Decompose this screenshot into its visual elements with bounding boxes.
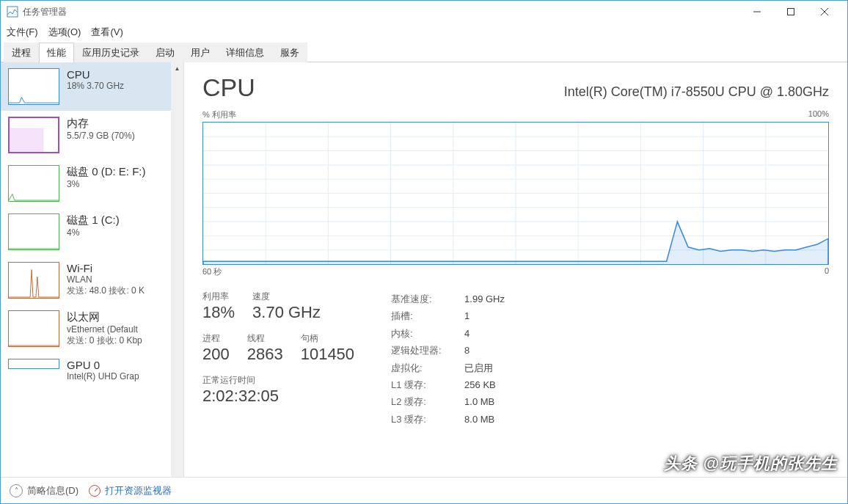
spec-sockets-val: 1 [464, 307, 469, 324]
chart-ymax: 100% [808, 109, 829, 120]
sidebar-disk0-title: 磁盘 0 (D: E: F:) [67, 165, 164, 179]
threads-value: 2863 [247, 345, 283, 364]
minimize-button[interactable] [740, 1, 774, 23]
sidebar-eth-title: 以太网 [67, 310, 164, 324]
handles-value: 101450 [301, 345, 354, 364]
cpu-spec-table: 基准速度:1.99 GHz 插槽:1 内核:4 逻辑处理器:8 虚拟化:已启用 … [391, 291, 505, 428]
sidebar-item-ethernet[interactable]: 以太网 vEthernet (Default 发送: 0 接收: 0 Kbp [1, 304, 171, 353]
sidebar-memory-sub: 5.5/7.9 GB (70%) [67, 131, 164, 141]
handles-label: 句柄 [301, 332, 354, 345]
cpu-utilization-chart[interactable] [202, 122, 829, 265]
gpu-thumb-icon [8, 359, 59, 369]
sidebar-memory-title: 内存 [67, 117, 164, 131]
sidebar-wifi-sub2: 发送: 48.0 接收: 0 K [67, 285, 164, 297]
sidebar-eth-sub2: 发送: 0 接收: 0 Kbp [67, 335, 164, 347]
sidebar-eth-sub1: vEthernet (Default [67, 324, 164, 335]
sidebar-cpu-title: CPU [67, 68, 164, 81]
chart-ylabel: % 利用率 [202, 109, 236, 120]
sidebar-gpu-sub: Intel(R) UHD Grap [67, 371, 164, 381]
spec-l1-key: L1 缓存: [391, 376, 464, 393]
tab-processes[interactable]: 进程 [4, 43, 39, 62]
memory-thumb-icon [8, 117, 59, 153]
sidebar-disk1-sub: 4% [67, 227, 164, 238]
cpu-thumb-icon [8, 68, 59, 105]
maximize-button[interactable] [774, 1, 808, 23]
spec-cores-key: 内核: [391, 325, 464, 342]
tab-startup[interactable]: 启动 [147, 43, 183, 62]
resource-monitor-icon [89, 485, 100, 497]
sidebar-wifi-sub1: WLAN [67, 274, 164, 285]
tab-history[interactable]: 应用历史记录 [74, 43, 147, 62]
util-label: 利用率 [202, 291, 235, 303]
spec-virt-val: 已启用 [464, 359, 493, 376]
sidebar-item-disk1[interactable]: 磁盘 1 (C:) 4% [1, 208, 171, 256]
spec-l1-val: 256 KB [464, 376, 496, 393]
tab-services[interactable]: 服务 [272, 43, 307, 62]
uptime-label: 正常运行时间 [202, 374, 354, 387]
cpu-model: Intel(R) Core(TM) i7-8550U CPU @ 1.80GHz [564, 84, 829, 100]
sidebar-item-wifi[interactable]: Wi-Fi WLAN 发送: 48.0 接收: 0 K [1, 256, 171, 304]
menu-file[interactable]: 文件(F) [7, 26, 38, 39]
chevron-up-icon: ˄ [10, 484, 23, 497]
spec-logical-key: 逻辑处理器: [391, 342, 464, 359]
sidebar-disk1-title: 磁盘 1 (C:) [67, 213, 164, 227]
tab-strip: 进程 性能 应用历史记录 启动 用户 详细信息 服务 [1, 42, 847, 62]
sidebar-disk0-sub: 3% [67, 179, 164, 189]
processes-value: 200 [202, 345, 230, 364]
speed-label: 速度 [252, 291, 321, 303]
spec-base-speed-key: 基准速度: [391, 291, 464, 307]
wifi-thumb-icon [8, 262, 59, 299]
spec-l2-val: 1.0 MB [464, 393, 494, 410]
window-controls [740, 1, 841, 23]
tab-details[interactable]: 详细信息 [218, 43, 272, 62]
spec-cores-val: 4 [464, 325, 469, 342]
menu-options[interactable]: 选项(O) [48, 26, 81, 39]
spec-base-speed-val: 1.99 GHz [464, 291, 505, 307]
processes-label: 进程 [202, 332, 230, 345]
sidebar-item-disk0[interactable]: 磁盘 0 (D: E: F:) 3% [1, 159, 171, 208]
app-icon [7, 6, 18, 18]
titlebar: 任务管理器 [1, 1, 847, 23]
performance-sidebar: CPU 18% 3.70 GHz 内存 5.5/7.9 GB (70%) [1, 62, 184, 477]
svg-rect-5 [9, 128, 44, 153]
sidebar-item-cpu[interactable]: CPU 18% 3.70 GHz [1, 62, 171, 111]
disk0-thumb-icon [8, 165, 59, 202]
menu-view[interactable]: 查看(V) [91, 26, 123, 39]
spec-logical-val: 8 [464, 342, 469, 359]
sidebar-item-gpu0[interactable]: GPU 0 Intel(R) UHD Grap [1, 353, 171, 387]
spec-l2-key: L2 缓存: [391, 393, 464, 410]
sidebar-wifi-title: Wi-Fi [67, 262, 164, 274]
tab-performance[interactable]: 性能 [39, 43, 74, 62]
spec-l3-key: L3 缓存: [391, 411, 464, 428]
scroll-up-icon[interactable]: ▲ [171, 62, 183, 75]
spec-sockets-key: 插槽: [391, 307, 464, 324]
main-area: CPU 18% 3.70 GHz 内存 5.5/7.9 GB (70%) [1, 62, 847, 477]
open-resource-monitor-link[interactable]: 打开资源监视器 [89, 484, 172, 497]
detail-title: CPU [202, 73, 255, 102]
speed-value: 3.70 GHz [252, 303, 321, 322]
sidebar-cpu-sub: 18% 3.70 GHz [67, 81, 164, 91]
uptime-value: 2:02:32:05 [202, 387, 354, 406]
window-title: 任务管理器 [23, 6, 740, 18]
chart-xmax: 60 秒 [202, 266, 222, 277]
fewer-details-button[interactable]: ˄ 简略信息(D) [10, 484, 78, 497]
ethernet-thumb-icon [8, 310, 59, 347]
chart-xmin: 0 [825, 266, 829, 277]
threads-label: 线程 [247, 332, 283, 345]
sidebar-gpu-title: GPU 0 [67, 359, 164, 371]
sidebar-scrollbar[interactable]: ▲ [171, 62, 183, 477]
cpu-detail-pane: CPU Intel(R) Core(TM) i7-8550U CPU @ 1.8… [184, 62, 847, 477]
tab-users[interactable]: 用户 [183, 43, 218, 62]
svg-rect-2 [788, 9, 794, 15]
menu-bar: 文件(F) 选项(O) 查看(V) [1, 23, 847, 42]
util-value: 18% [202, 303, 235, 322]
status-bar: ˄ 简略信息(D) 打开资源监视器 [1, 477, 847, 503]
sidebar-item-memory[interactable]: 内存 5.5/7.9 GB (70%) [1, 111, 171, 159]
spec-virt-key: 虚拟化: [391, 359, 464, 376]
svg-rect-0 [7, 7, 18, 17]
close-button[interactable] [808, 1, 841, 23]
spec-l3-val: 8.0 MB [464, 411, 494, 428]
disk1-thumb-icon [8, 213, 59, 250]
